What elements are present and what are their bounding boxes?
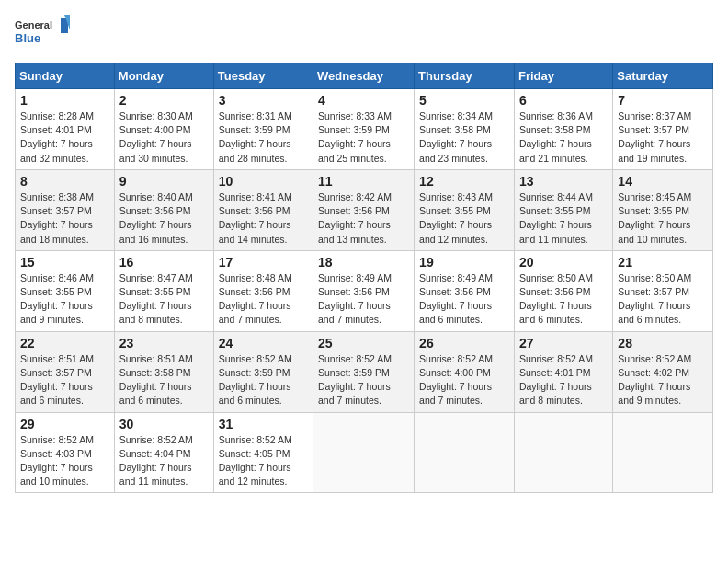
day-info: Sunrise: 8:52 AMSunset: 4:01 PMDaylight:… [519,352,608,408]
calendar-cell: 9 Sunrise: 8:40 AMSunset: 3:56 PMDayligh… [114,169,213,250]
day-info: Sunrise: 8:37 AMSunset: 3:57 PMDaylight:… [618,109,708,166]
calendar-cell: 3 Sunrise: 8:31 AMSunset: 3:59 PMDayligh… [213,89,313,170]
calendar-table: SundayMondayTuesdayWednesdayThursdayFrid… [15,63,713,493]
day-info: Sunrise: 8:42 AMSunset: 3:56 PMDaylight:… [318,190,409,247]
calendar-cell: 6 Sunrise: 8:36 AMSunset: 3:58 PMDayligh… [514,89,612,170]
day-number: 1 [20,93,109,108]
calendar-cell: 21 Sunrise: 8:50 AMSunset: 3:57 PMDaylig… [613,250,713,331]
calendar-cell: 29 Sunrise: 8:52 AMSunset: 4:03 PMDaylig… [16,412,115,493]
day-number: 23 [119,336,209,350]
day-number: 3 [219,93,308,108]
day-number: 26 [419,336,509,350]
day-number: 25 [318,336,409,350]
logo-svg: General Blue [15,15,70,52]
calendar-cell [514,412,612,493]
day-number: 22 [20,336,109,350]
calendar-cell: 13 Sunrise: 8:44 AMSunset: 3:55 PMDaylig… [514,169,612,250]
weekday-header-friday: Friday [514,63,612,89]
weekday-header-saturday: Saturday [613,63,713,89]
day-number: 24 [219,336,308,350]
calendar-cell: 25 Sunrise: 8:52 AMSunset: 3:59 PMDaylig… [313,331,415,412]
calendar-cell: 28 Sunrise: 8:52 AMSunset: 4:02 PMDaylig… [613,331,713,412]
calendar-cell [613,412,713,493]
day-info: Sunrise: 8:52 AMSunset: 4:00 PMDaylight:… [419,352,509,408]
day-info: Sunrise: 8:46 AMSunset: 3:55 PMDaylight:… [20,271,109,327]
day-number: 18 [318,255,409,270]
calendar-cell: 22 Sunrise: 8:51 AMSunset: 3:57 PMDaylig… [16,331,115,412]
day-info: Sunrise: 8:52 AMSunset: 3:59 PMDaylight:… [219,352,308,408]
calendar-cell [313,412,415,493]
day-number: 14 [618,174,708,189]
calendar-cell: 18 Sunrise: 8:49 AMSunset: 3:56 PMDaylig… [313,250,415,331]
day-info: Sunrise: 8:48 AMSunset: 3:56 PMDaylight:… [219,271,308,327]
calendar-cell: 24 Sunrise: 8:52 AMSunset: 3:59 PMDaylig… [213,331,313,412]
day-number: 20 [519,255,608,270]
day-number: 19 [419,255,509,270]
calendar-cell: 10 Sunrise: 8:41 AMSunset: 3:56 PMDaylig… [213,169,313,250]
weekday-header-thursday: Thursday [415,63,515,89]
day-info: Sunrise: 8:52 AMSunset: 3:59 PMDaylight:… [318,352,409,408]
calendar-cell: 5 Sunrise: 8:34 AMSunset: 3:58 PMDayligh… [415,89,515,170]
day-number: 27 [519,336,608,350]
day-info: Sunrise: 8:51 AMSunset: 3:58 PMDaylight:… [119,352,209,408]
calendar-cell: 23 Sunrise: 8:51 AMSunset: 3:58 PMDaylig… [114,331,213,412]
day-number: 21 [618,255,708,270]
day-info: Sunrise: 8:44 AMSunset: 3:55 PMDaylight:… [519,190,608,247]
day-info: Sunrise: 8:49 AMSunset: 3:56 PMDaylight:… [318,271,409,327]
day-info: Sunrise: 8:52 AMSunset: 4:02 PMDaylight:… [618,352,708,408]
page-header: General Blue [15,15,713,52]
weekday-header-wednesday: Wednesday [313,63,415,89]
day-number: 31 [219,417,308,431]
calendar-cell: 14 Sunrise: 8:45 AMSunset: 3:55 PMDaylig… [613,169,713,250]
day-info: Sunrise: 8:52 AMSunset: 4:04 PMDaylight:… [119,433,209,489]
day-info: Sunrise: 8:34 AMSunset: 3:58 PMDaylight:… [419,109,509,166]
calendar-cell: 19 Sunrise: 8:49 AMSunset: 3:56 PMDaylig… [415,250,515,331]
calendar-cell: 16 Sunrise: 8:47 AMSunset: 3:55 PMDaylig… [114,250,213,331]
day-number: 30 [119,417,209,431]
calendar-cell: 8 Sunrise: 8:38 AMSunset: 3:57 PMDayligh… [16,169,115,250]
day-number: 13 [519,174,608,189]
day-info: Sunrise: 8:28 AMSunset: 4:01 PMDaylight:… [20,109,109,166]
day-info: Sunrise: 8:52 AMSunset: 4:05 PMDaylight:… [219,433,308,489]
day-number: 17 [219,255,308,270]
calendar-cell: 4 Sunrise: 8:33 AMSunset: 3:59 PMDayligh… [313,89,415,170]
day-number: 28 [618,336,708,350]
calendar-cell: 15 Sunrise: 8:46 AMSunset: 3:55 PMDaylig… [16,250,115,331]
day-info: Sunrise: 8:43 AMSunset: 3:55 PMDaylight:… [419,190,509,247]
calendar-cell: 2 Sunrise: 8:30 AMSunset: 4:00 PMDayligh… [114,89,213,170]
weekday-header-tuesday: Tuesday [213,63,313,89]
day-info: Sunrise: 8:45 AMSunset: 3:55 PMDaylight:… [618,190,708,247]
day-number: 4 [318,93,409,108]
day-info: Sunrise: 8:47 AMSunset: 3:55 PMDaylight:… [119,271,209,327]
day-number: 9 [119,174,209,189]
day-number: 16 [119,255,209,270]
calendar-cell: 27 Sunrise: 8:52 AMSunset: 4:01 PMDaylig… [514,331,612,412]
day-info: Sunrise: 8:31 AMSunset: 3:59 PMDaylight:… [219,109,308,166]
day-info: Sunrise: 8:52 AMSunset: 4:03 PMDaylight:… [20,433,109,489]
calendar-week-2: 8 Sunrise: 8:38 AMSunset: 3:57 PMDayligh… [16,169,713,250]
day-info: Sunrise: 8:40 AMSunset: 3:56 PMDaylight:… [119,190,209,247]
calendar-cell: 1 Sunrise: 8:28 AMSunset: 4:01 PMDayligh… [16,89,115,170]
day-info: Sunrise: 8:50 AMSunset: 3:57 PMDaylight:… [618,271,708,327]
day-number: 2 [119,93,209,108]
day-number: 15 [20,255,109,270]
calendar-cell: 26 Sunrise: 8:52 AMSunset: 4:00 PMDaylig… [415,331,515,412]
weekday-header-monday: Monday [114,63,213,89]
calendar-cell: 31 Sunrise: 8:52 AMSunset: 4:05 PMDaylig… [213,412,313,493]
day-number: 6 [519,93,608,108]
day-info: Sunrise: 8:49 AMSunset: 3:56 PMDaylight:… [419,271,509,327]
day-info: Sunrise: 8:51 AMSunset: 3:57 PMDaylight:… [20,352,109,408]
day-number: 5 [419,93,509,108]
day-info: Sunrise: 8:50 AMSunset: 3:56 PMDaylight:… [519,271,608,327]
calendar-cell [415,412,515,493]
calendar-week-1: 1 Sunrise: 8:28 AMSunset: 4:01 PMDayligh… [16,89,713,170]
svg-text:General: General [15,19,52,30]
calendar-cell: 30 Sunrise: 8:52 AMSunset: 4:04 PMDaylig… [114,412,213,493]
day-number: 29 [20,417,109,431]
calendar-cell: 12 Sunrise: 8:43 AMSunset: 3:55 PMDaylig… [415,169,515,250]
calendar-cell: 7 Sunrise: 8:37 AMSunset: 3:57 PMDayligh… [613,89,713,170]
calendar-cell: 11 Sunrise: 8:42 AMSunset: 3:56 PMDaylig… [313,169,415,250]
calendar-cell: 17 Sunrise: 8:48 AMSunset: 3:56 PMDaylig… [213,250,313,331]
day-info: Sunrise: 8:38 AMSunset: 3:57 PMDaylight:… [20,190,109,247]
day-number: 7 [618,93,708,108]
